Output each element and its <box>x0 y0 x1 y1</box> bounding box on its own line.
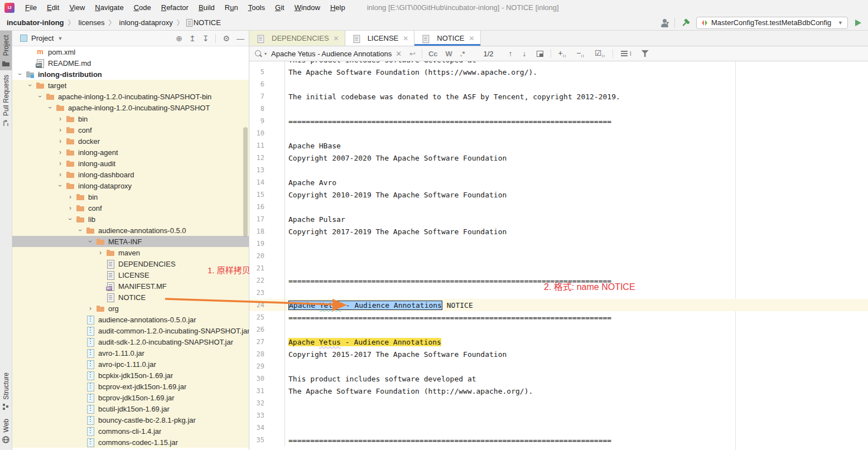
stripe-tab-structure[interactable]: Structure <box>0 368 12 414</box>
filter-funnel-icon[interactable] <box>642 50 649 57</box>
breadcrumb-item[interactable]: inlong-dataproxy <box>118 18 174 27</box>
search-icon[interactable] <box>255 50 262 57</box>
editor-line-20[interactable]: 20 <box>249 250 868 262</box>
tree-item-notice[interactable]: NOTICE <box>12 292 249 303</box>
chevron-expanded-icon[interactable]: › <box>86 237 94 246</box>
chevron-collapsed-icon[interactable]: › <box>56 171 65 178</box>
tree-item-inlong-audit[interactable]: ›inlong-audit <box>12 158 249 169</box>
tree-item-audience-annotations-0-5-0-jar[interactable]: audience-annotations-0.5.0.jar <box>12 314 249 325</box>
chevron-collapsed-icon[interactable]: › <box>56 159 65 167</box>
close-icon[interactable]: ✕ <box>334 35 339 42</box>
tree-item-meta-inf[interactable]: ›META-INF <box>12 236 249 247</box>
menu-tools[interactable]: Tools <box>243 1 270 14</box>
tree-item-readme-md[interactable]: MDREADME.md <box>12 57 249 69</box>
editor-tab-notice[interactable]: NOTICE✕ <box>414 31 480 46</box>
tree-item-bcprov-ext-jdk15on-1-69-jar[interactable]: bcprov-ext-jdk15on-1.69.jar <box>12 381 249 392</box>
chevron-collapsed-icon[interactable]: › <box>56 137 65 145</box>
project-scrollbar[interactable] <box>243 127 248 236</box>
menu-refactor[interactable]: Refactor <box>156 1 194 14</box>
editor-line-6[interactable]: 6 <box>249 78 868 90</box>
tree-item-manifest-mf[interactable]: MFMANIFEST.MF <box>12 280 249 292</box>
remove-occurrence-button[interactable]: −II <box>571 49 590 59</box>
select-all-occurrences-button[interactable]: ☑II <box>590 49 610 59</box>
chevron-collapsed-icon[interactable]: › <box>56 115 65 123</box>
chevron-collapsed-icon[interactable]: › <box>86 304 95 312</box>
chevron-expanded-icon[interactable]: › <box>46 103 54 112</box>
menu-help[interactable]: Help <box>325 1 350 14</box>
editor-line-10[interactable]: 10 <box>249 127 868 139</box>
editor-line-7[interactable]: 7The initial codebase was donated to the… <box>249 90 868 103</box>
editor-line-21[interactable]: 21 <box>249 262 868 274</box>
editor-line-24[interactable]: 24Apache Yetus - Audience Annotations NO… <box>249 299 868 311</box>
editor-line-28[interactable]: 28Copyright 2015-2017 The Apache Softwar… <box>249 348 868 360</box>
find-in-selection-button[interactable] <box>537 51 543 57</box>
close-icon[interactable]: ✕ <box>469 35 474 42</box>
tree-item-conf[interactable]: ›conf <box>12 124 249 136</box>
menu-edit[interactable]: Edit <box>42 1 64 14</box>
chevron-expanded-icon[interactable]: › <box>76 226 84 235</box>
close-icon[interactable]: ✕ <box>403 35 408 42</box>
tree-item-conf[interactable]: ›conf <box>12 202 249 214</box>
editor-line-15[interactable]: 15Copyright 2010-2019 The Apache Softwar… <box>249 188 868 201</box>
add-occurrence-button[interactable]: +II <box>553 49 572 59</box>
tree-item-docker[interactable]: ›docker <box>12 136 249 147</box>
stripe-tab-pull-requests[interactable]: Pull Requests <box>0 70 12 130</box>
tree-item-bcutil-jdk15on-1-69-jar[interactable]: bcutil-jdk15on-1.69.jar <box>12 403 249 414</box>
tree-item-commons-cli-1-4-jar[interactable]: commons-cli-1.4.jar <box>12 425 249 437</box>
tree-item-target[interactable]: ›target <box>12 80 249 91</box>
tree-item-bin[interactable]: ›bin <box>12 191 249 202</box>
breadcrumb-item[interactable]: incubator-inlong <box>6 18 65 27</box>
menu-navigate[interactable]: Navigate <box>90 1 128 14</box>
tree-item-inlong-dashboard[interactable]: ›inlong-dashboard <box>12 169 249 180</box>
editor-line-27[interactable]: 27Apache Yetus - Audience Annotations <box>249 336 868 348</box>
hide-panel-button[interactable]: — <box>237 34 244 43</box>
editor-line-partial[interactable]: This product includes software developed… <box>249 61 868 66</box>
previous-match-button[interactable]: ↑ <box>504 49 518 58</box>
tree-item-inlong-agent[interactable]: ›inlong-agent <box>12 147 249 158</box>
chevron-expanded-icon[interactable]: › <box>36 92 44 101</box>
editor-content[interactable]: This product includes software developed… <box>249 61 868 450</box>
tree-item-avro-1-11-0-jar[interactable]: avro-1.11.0.jar <box>12 347 249 359</box>
stripe-tab-web[interactable]: Web <box>0 414 12 447</box>
editor-line-32[interactable]: 32 <box>249 397 868 409</box>
editor-line-17[interactable]: 17Apache Pulsar <box>249 213 868 225</box>
editor-line-25[interactable]: 25======================================… <box>249 311 868 323</box>
editor-line-11[interactable]: 11Apache HBase <box>249 139 868 152</box>
tree-item-inlong-distribution[interactable]: ›inlong-distribution <box>12 69 249 80</box>
editor-line-13[interactable]: 13 <box>249 164 868 176</box>
menu-view[interactable]: View <box>64 1 90 14</box>
editor-line-16[interactable]: 16 <box>249 201 868 213</box>
tree-item-audience-annotations-0-5-0[interactable]: ›audience-annotations-0.5.0 <box>12 225 249 236</box>
whole-words-toggle[interactable]: W <box>442 50 456 58</box>
chevron-collapsed-icon[interactable]: › <box>66 204 75 212</box>
build-hammer-button[interactable] <box>681 18 691 28</box>
editor-line-5[interactable]: 5The Apache Software Foundation (https:/… <box>249 66 868 78</box>
search-options-caret-icon[interactable]: ▾ <box>264 51 267 56</box>
editor-line-14[interactable]: 14Apache Avro <box>249 176 868 188</box>
search-input[interactable]: Apache Yetus - Audience Annotations <box>271 50 392 58</box>
editor-tab-dependencies[interactable]: DEPENDENCIES✕ <box>249 31 345 46</box>
match-case-toggle[interactable]: Cc <box>425 50 442 58</box>
chevron-collapsed-icon[interactable]: › <box>56 126 65 134</box>
breadcrumb-item[interactable]: NOTICE <box>192 18 222 27</box>
filter-lines-icon[interactable] <box>621 51 628 56</box>
tree-item-bin[interactable]: ›bin <box>12 113 249 124</box>
editor-line-33[interactable]: 33 <box>249 409 868 422</box>
editor-line-8[interactable]: 8 <box>249 103 868 115</box>
settings-gear-button[interactable]: ⚙ <box>223 34 230 43</box>
tree-item-apache-inlong-1-2-0-incubating-snapshot-bin[interactable]: ›apache-inlong-1.2.0-incubating-SNAPSHOT… <box>12 91 249 102</box>
editor-line-34[interactable]: 34 <box>249 422 868 434</box>
tree-item-commons-codec-1-15-jar[interactable]: commons-codec-1.15.jar <box>12 437 249 448</box>
editor-line-31[interactable]: 31The Apache Software Foundation (http:/… <box>249 385 868 397</box>
breadcrumb-item[interactable]: licenses <box>78 18 106 27</box>
locate-file-button[interactable]: ⊕ <box>176 34 182 43</box>
menu-git[interactable]: Git <box>270 1 290 14</box>
editor-tab-license[interactable]: LICENSE✕ <box>345 31 415 46</box>
menu-window[interactable]: Window <box>290 1 325 14</box>
chevron-expanded-icon[interactable]: › <box>66 215 74 224</box>
expand-all-button[interactable]: ↥ <box>189 34 196 43</box>
editor-line-30[interactable]: 30This product includes software develop… <box>249 372 868 385</box>
editor-line-35[interactable]: 35======================================… <box>249 434 868 446</box>
tree-item-apache-inlong-1-2-0-incubating-snapshot[interactable]: ›apache-inlong-1.2.0-incubating-SNAPSHOT <box>12 102 249 113</box>
tree-item-lib[interactable]: ›lib <box>12 214 249 225</box>
